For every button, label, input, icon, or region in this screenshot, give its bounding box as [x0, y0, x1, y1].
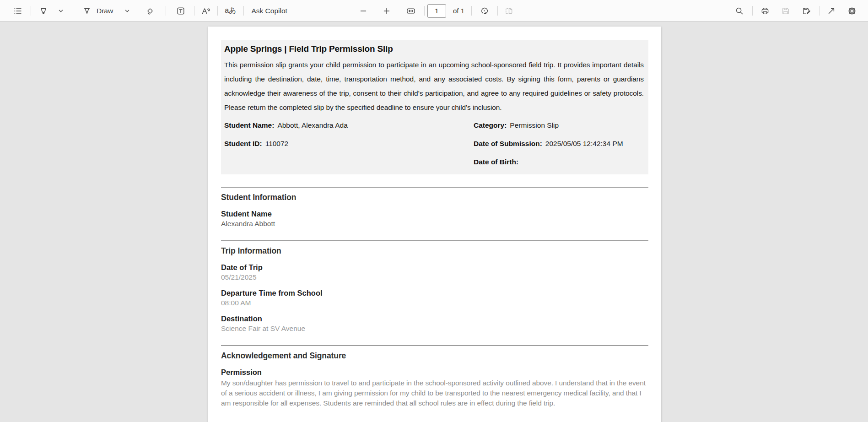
item-label: Departure Time from School: [221, 289, 648, 298]
print-icon: [760, 6, 770, 16]
item-value: 05/21/2025: [221, 273, 648, 281]
field-label: Student Name:: [224, 121, 274, 129]
meta-row-student-name: Student Name:Abbott, Alexandra Ada: [224, 121, 474, 131]
fit-width-icon: [406, 6, 416, 16]
item-label: Date of Trip: [221, 263, 648, 272]
toolbar-left-group: Draw: [11, 0, 289, 22]
toolbar-separator: [752, 6, 753, 16]
document-content: Apple Springs | Field Trip Permission Sl…: [208, 27, 661, 408]
form-item-departure-time: Departure Time from School 08:00 AM: [221, 289, 648, 307]
zoom-in-icon: [382, 6, 391, 16]
highlight-options-button[interactable]: [54, 3, 67, 19]
toolbar-right-group: [733, 0, 858, 22]
draw-button[interactable]: Draw: [80, 3, 116, 19]
zoom-out-icon: [359, 6, 368, 16]
toolbar-separator: [424, 6, 425, 16]
fullscreen-button[interactable]: [825, 3, 838, 19]
field-value: Abbott, Alexandra Ada: [277, 121, 347, 129]
toc-icon: [13, 6, 22, 16]
toolbar-separator: [217, 6, 218, 16]
section-heading-trip-information: Trip Information: [221, 246, 648, 256]
ask-copilot-button[interactable]: Ask Copilot: [249, 3, 289, 19]
ask-copilot-label: Ask Copilot: [251, 7, 287, 15]
item-label: Destination: [221, 314, 648, 323]
item-label: Permission: [221, 368, 648, 377]
section-divider: [221, 187, 648, 188]
highlight-button[interactable]: [37, 3, 50, 19]
meta-column-right: Category:Permission Slip Date of Submiss…: [474, 121, 644, 168]
field-value: Permission Slip: [510, 121, 559, 129]
search-icon: [735, 6, 744, 16]
fullscreen-icon: [827, 6, 836, 16]
meta-column-left: Student Name:Abbott, Alexandra Ada Stude…: [224, 121, 474, 168]
add-text-button[interactable]: [174, 3, 187, 19]
toolbar-separator: [194, 6, 194, 16]
rotate-button[interactable]: [478, 3, 491, 19]
section-divider: [221, 240, 648, 241]
item-value: Science Fair at SV Avenue: [221, 325, 648, 333]
toolbar-separator: [31, 6, 31, 16]
form-item-destination: Destination Science Fair at SV Avenue: [221, 314, 648, 333]
save-as-button[interactable]: [800, 3, 813, 19]
meta-row-student-id: Student ID:110072: [224, 140, 474, 149]
settings-button[interactable]: [846, 3, 858, 19]
field-value: 2025/05/05 12:42:34 PM: [545, 140, 623, 147]
fit-to-width-button[interactable]: [404, 3, 418, 19]
highlighter-icon: [39, 6, 48, 16]
field-label: Date of Birth:: [474, 158, 518, 166]
chevron-down-icon: [58, 8, 64, 14]
eraser-button[interactable]: [144, 3, 156, 19]
zoom-out-button[interactable]: [357, 3, 370, 19]
read-aloud-icon: [201, 6, 211, 16]
field-value: 110072: [265, 140, 289, 147]
item-label: Student Name: [221, 210, 648, 218]
document-title: Apple Springs | Field Trip Permission Sl…: [224, 44, 644, 54]
save-icon: [781, 6, 790, 16]
print-button[interactable]: [759, 3, 771, 19]
page-count-label: of 1: [453, 7, 464, 15]
rotate-icon: [480, 6, 489, 16]
toolbar-separator: [497, 6, 498, 16]
draw-button-label: Draw: [97, 7, 113, 15]
page-view-button[interactable]: [502, 3, 516, 19]
eraser-icon: [146, 6, 155, 16]
zoom-in-button[interactable]: [380, 3, 393, 19]
item-value: 08:00 AM: [221, 299, 648, 307]
meta-fields: Student Name:Abbott, Alexandra Ada Stude…: [224, 121, 644, 168]
draw-options-button[interactable]: [121, 3, 134, 19]
toolbar-center-group: of 1: [357, 0, 516, 22]
form-item-student-name: Student Name Alexandra Abbott: [221, 210, 648, 228]
section-divider: [221, 345, 648, 346]
save-button[interactable]: [779, 3, 792, 19]
document-intro: This permission slip grants your child p…: [224, 58, 644, 114]
save-as-icon: [802, 6, 811, 16]
pdf-viewer-canvas[interactable]: Apple Springs | Field Trip Permission Sl…: [0, 22, 868, 422]
draw-pen-icon: [82, 6, 92, 16]
toc-button[interactable]: [11, 3, 24, 19]
form-item-date-of-trip: Date of Trip 05/21/2025: [221, 263, 648, 281]
form-header-box: Apple Springs | Field Trip Permission Sl…: [221, 40, 648, 174]
toolbar-separator: [819, 6, 819, 16]
meta-row-date-of-birth: Date of Birth:: [474, 158, 644, 168]
toolbar-separator: [166, 6, 166, 16]
section-heading-student-information: Student Information: [221, 193, 648, 202]
settings-icon: [847, 6, 857, 16]
pdf-toolbar: Draw: [0, 0, 868, 22]
meta-row-category: Category:Permission Slip: [474, 121, 644, 131]
item-value: My son/daughter has permission to travel…: [221, 378, 648, 408]
form-item-permission: Permission My son/daughter has permissio…: [221, 368, 648, 408]
toolbar-separator: [471, 6, 472, 16]
document-page: Apple Springs | Field Trip Permission Sl…: [208, 27, 661, 422]
field-label: Category:: [474, 121, 507, 129]
page-view-icon: [504, 6, 514, 16]
add-text-icon: [176, 6, 185, 16]
meta-row-date-of-submission: Date of Submission:2025/05/05 12:42:34 P…: [474, 140, 644, 149]
field-label: Date of Submission:: [474, 140, 542, 147]
item-value: Alexandra Abbott: [221, 220, 648, 228]
translate-button[interactable]: aあ: [223, 3, 238, 19]
page-number-input[interactable]: [427, 4, 446, 18]
search-button[interactable]: [733, 3, 746, 19]
read-aloud-button[interactable]: [199, 3, 213, 19]
toolbar-separator: [243, 6, 244, 16]
translate-icon: aあ: [225, 6, 236, 16]
